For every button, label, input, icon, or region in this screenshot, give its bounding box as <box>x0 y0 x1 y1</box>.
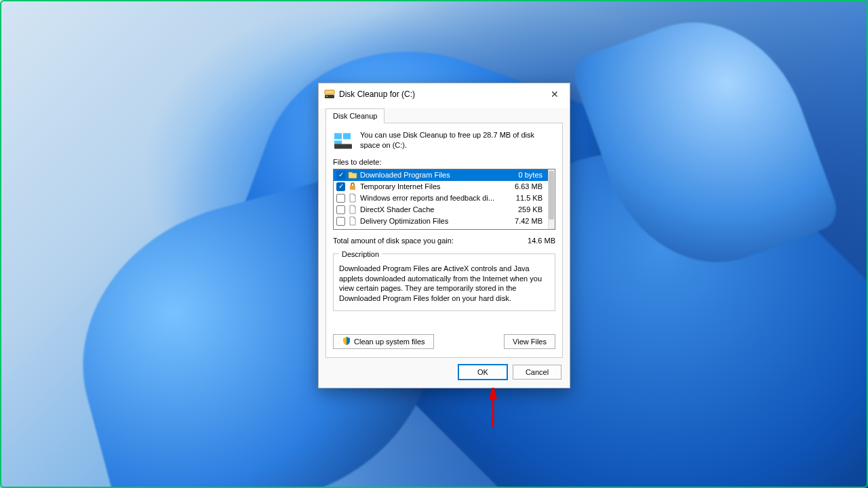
close-button[interactable]: ✕ <box>545 85 564 104</box>
tab-strip: Disk Cleanup <box>326 108 563 123</box>
scrollbar[interactable] <box>548 169 555 229</box>
file-row[interactable]: Temporary Internet Files6.63 MB <box>334 181 548 192</box>
file-name: DirectX Shader Cache <box>360 205 515 214</box>
svg-rect-4 <box>343 133 351 139</box>
scrollbar-thumb[interactable] <box>549 171 554 220</box>
intro-text: You can use Disk Cleanup to free up 28.7… <box>360 130 555 151</box>
ok-label: OK <box>477 368 488 376</box>
file-checkbox[interactable] <box>336 205 345 214</box>
description-text: Downloaded Program Files are ActiveX con… <box>339 264 549 304</box>
view-files-label: View Files <box>513 338 547 346</box>
lock-icon <box>348 182 357 191</box>
file-name: Temporary Internet Files <box>360 182 512 190</box>
view-files-button[interactable]: View Files <box>504 334 555 349</box>
ok-button[interactable]: OK <box>458 365 507 380</box>
file-row[interactable]: Windows error reports and feedback di...… <box>334 192 548 204</box>
svg-rect-7 <box>350 186 355 190</box>
file-row[interactable]: Delivery Optimization Files7.42 MB <box>334 216 548 227</box>
file-row[interactable]: Downloaded Program Files0 bytes <box>334 169 548 181</box>
disk-cleanup-icon <box>324 89 335 100</box>
cancel-label: Cancel <box>526 368 549 376</box>
close-icon: ✕ <box>551 89 559 100</box>
description-legend: Description <box>339 250 382 258</box>
file-name: Downloaded Program Files <box>360 171 516 179</box>
file-size: 7.42 MB <box>515 217 545 225</box>
file-size: 259 KB <box>518 205 545 214</box>
file-name: Windows error reports and feedback di... <box>360 194 513 202</box>
svg-rect-6 <box>334 144 352 148</box>
files-listbox[interactable]: Downloaded Program Files0 bytesTemporary… <box>333 169 555 230</box>
svg-rect-2 <box>326 96 328 97</box>
file-checkbox[interactable] <box>336 171 345 180</box>
file-checkbox[interactable] <box>336 182 345 191</box>
svg-rect-3 <box>334 133 342 139</box>
description-group: Description Downloaded Program Files are… <box>333 250 555 311</box>
file-row[interactable]: DirectX Shader Cache259 KB <box>334 204 548 216</box>
tab-disk-cleanup[interactable]: Disk Cleanup <box>326 108 384 123</box>
cancel-button[interactable]: Cancel <box>513 365 561 380</box>
shield-icon <box>342 336 351 347</box>
drive-icon <box>333 130 353 151</box>
file-checkbox[interactable] <box>336 194 345 203</box>
file-name: Delivery Optimization Files <box>360 217 512 225</box>
total-value: 14.6 MB <box>528 237 555 245</box>
window-title: Disk Cleanup for (C:) <box>339 89 415 99</box>
file-icon <box>348 205 357 214</box>
files-to-delete-label: Files to delete: <box>333 158 555 166</box>
clean-system-files-button[interactable]: Clean up system files <box>333 334 434 349</box>
file-size: 11.5 KB <box>516 194 545 202</box>
file-icon <box>348 193 357 203</box>
file-icon <box>348 216 357 226</box>
file-size: 6.63 MB <box>515 182 545 190</box>
file-size: 0 bytes <box>519 171 545 179</box>
clean-system-files-label: Clean up system files <box>354 338 425 346</box>
svg-rect-1 <box>325 90 334 94</box>
file-checkbox[interactable] <box>336 217 345 226</box>
disk-cleanup-dialog: Disk Cleanup for (C:) ✕ Disk Cleanup You… <box>318 83 570 388</box>
total-label: Total amount of disk space you gain: <box>333 237 454 245</box>
folder-icon <box>348 170 357 180</box>
titlebar[interactable]: Disk Cleanup for (C:) ✕ <box>319 83 570 105</box>
